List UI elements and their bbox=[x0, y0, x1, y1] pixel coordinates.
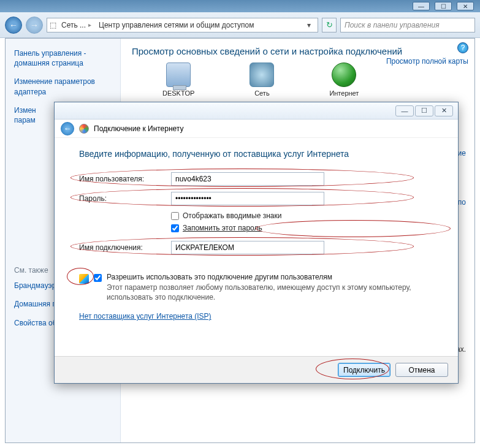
cancel-button[interactable]: Отмена bbox=[395, 363, 448, 377]
nav-forward-button[interactable]: → bbox=[26, 17, 43, 34]
address-dropdown-button[interactable]: ▾ bbox=[303, 21, 315, 29]
dialog-maximize-button[interactable]: ☐ bbox=[415, 105, 433, 116]
row-remember: Запомнить этот пароль bbox=[171, 224, 440, 232]
dialog-minimize-button[interactable]: — bbox=[395, 105, 414, 116]
connect-button[interactable]: Подключить bbox=[338, 363, 390, 377]
wizard-back-button[interactable]: ← bbox=[61, 122, 74, 135]
shield-icon bbox=[79, 274, 89, 284]
dialog-title-text: Подключение к Интернету bbox=[94, 124, 184, 133]
label-show-chars: Отображать вводимые знаки bbox=[183, 211, 281, 220]
window-titlebar: — ☐ ✕ bbox=[0, 0, 480, 12]
dialog-footer: Подключить Отмена bbox=[55, 356, 458, 383]
label-password: Пароль: bbox=[79, 194, 171, 203]
row-share: Разрешить использовать это подключение д… bbox=[79, 273, 440, 302]
node-pc-label: DESKTOP bbox=[162, 89, 194, 97]
network-map-row: DESKTOP Сеть Интернет bbox=[132, 63, 463, 97]
view-map-link[interactable]: Просмотр полной карты bbox=[386, 57, 468, 66]
network-icon bbox=[250, 63, 274, 87]
checkbox-show-chars[interactable] bbox=[171, 212, 179, 220]
row-password: Пароль: bbox=[79, 192, 440, 205]
no-isp-link[interactable]: Нет поставщика услуг Интернета (ISP) bbox=[79, 312, 211, 321]
connect-wizard-dialog: — ☐ ✕ ← Подключение к Интернету Введите … bbox=[54, 102, 459, 384]
input-connection-name[interactable] bbox=[171, 241, 324, 254]
node-net-label: Сеть bbox=[254, 89, 269, 97]
refresh-button[interactable]: ↻ bbox=[322, 18, 337, 32]
input-username[interactable] bbox=[171, 172, 324, 186]
label-username: Имя пользователя: bbox=[79, 175, 171, 183]
maximize-button[interactable]: ☐ bbox=[435, 2, 452, 10]
search-input[interactable]: Поиск в панели управления bbox=[340, 18, 475, 32]
row-username: Имя пользователя: bbox=[79, 172, 440, 186]
page-heading: Просмотр основных сведений о сети и наст… bbox=[132, 46, 463, 56]
row-show-chars: Отображать вводимые знаки bbox=[171, 211, 440, 220]
breadcrumb-seg-2[interactable]: Центр управления сетями и общим доступом bbox=[96, 21, 257, 29]
sidebar-adapter-link[interactable]: Изменение параметров адаптера bbox=[14, 77, 113, 96]
node-inet-label: Интернет bbox=[329, 89, 359, 97]
nav-back-button[interactable]: ← bbox=[5, 17, 22, 34]
input-password[interactable] bbox=[171, 192, 324, 205]
checkbox-share[interactable] bbox=[94, 274, 102, 282]
annotation-ellipse bbox=[256, 220, 451, 237]
row-connection-name: Имя подключения: bbox=[79, 241, 440, 254]
address-bar[interactable]: ⬚ Сеть ... Центр управления сетями и общ… bbox=[47, 18, 318, 32]
explorer-toolbar: ← → ⬚ Сеть ... Центр управления сетями и… bbox=[0, 12, 480, 38]
dialog-heading: Введите информацию, полученную от постав… bbox=[79, 149, 440, 159]
label-share: Разрешить использовать это подключение д… bbox=[107, 273, 440, 281]
dialog-nav-row: ← Подключение к Интернету bbox=[55, 120, 458, 138]
breadcrumb-seg-1[interactable]: Сеть ... bbox=[59, 21, 94, 29]
close-button[interactable]: ✕ bbox=[457, 2, 474, 10]
search-placeholder: Поиск в панели управления bbox=[345, 21, 440, 29]
minimize-button[interactable]: — bbox=[413, 2, 430, 10]
label-remember: Запомнить этот пароль bbox=[183, 224, 262, 232]
dialog-body: Введите информацию, полученную от постав… bbox=[55, 138, 458, 325]
computer-icon bbox=[166, 63, 191, 87]
checkbox-remember[interactable] bbox=[171, 224, 179, 232]
sidebar-home-link[interactable]: Панель управления - домашняя страница bbox=[14, 48, 113, 68]
node-internet[interactable]: Интернет bbox=[329, 63, 359, 97]
node-this-pc[interactable]: DESKTOP bbox=[162, 63, 194, 97]
dialog-close-button[interactable]: ✕ bbox=[435, 105, 453, 116]
network-icon: ⬚ bbox=[50, 21, 56, 29]
wizard-icon bbox=[79, 124, 89, 134]
label-connection-name: Имя подключения: bbox=[79, 243, 171, 252]
node-network[interactable]: Сеть bbox=[250, 63, 274, 97]
dialog-titlebar: — ☐ ✕ bbox=[55, 102, 458, 120]
share-description: Этот параметр позволяет любому пользоват… bbox=[107, 283, 440, 302]
globe-icon bbox=[332, 63, 356, 87]
